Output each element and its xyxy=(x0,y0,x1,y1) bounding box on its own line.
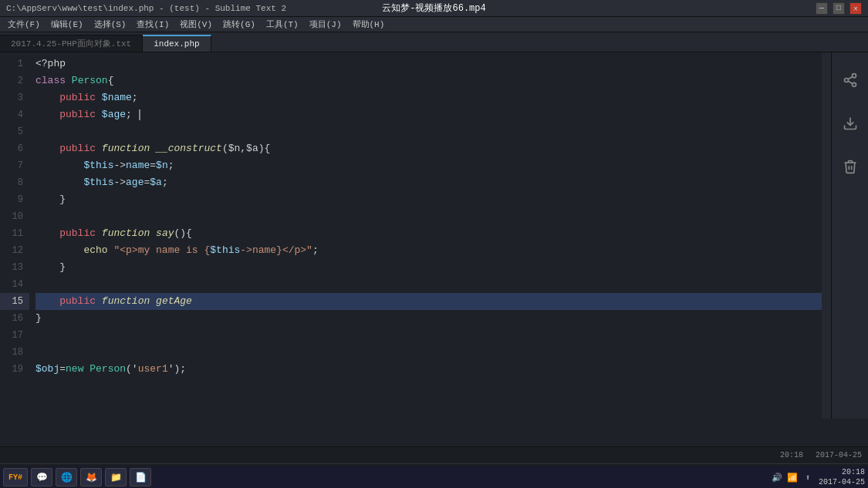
svg-point-0 xyxy=(852,74,856,78)
line-num-18: 18 xyxy=(0,344,29,361)
editor-area: 1 2 3 4 5 6 7 8 9 10 11 12 13 14 15 16 1… xyxy=(0,52,868,419)
status-position: 20:18 xyxy=(780,451,803,459)
menu-edit[interactable]: 编辑(E) xyxy=(46,18,88,31)
tab-txt-file[interactable]: 2017.4.25-PHP面向对象.txt xyxy=(0,35,143,52)
code-line-14 xyxy=(35,276,868,293)
code-line-9: } xyxy=(35,191,868,208)
code-line-7: $this->name=$n; xyxy=(35,157,868,174)
tray-icon-2: 📶 xyxy=(786,471,799,483)
title-bar: C:\AppServ\www\test\index.php - (test) -… xyxy=(0,0,868,17)
menu-tools[interactable]: 工具(T) xyxy=(262,18,303,31)
share-icon[interactable] xyxy=(838,68,863,93)
right-sidebar xyxy=(831,52,868,419)
line-num-2: 2 xyxy=(0,72,29,89)
close-button[interactable]: ✕ xyxy=(849,2,862,15)
tab-txt-label: 2017.4.25-PHP面向对象.txt xyxy=(11,38,131,49)
code-line-10 xyxy=(35,208,868,225)
code-line-16: } xyxy=(35,310,868,327)
taskbar-doc[interactable]: 📄 xyxy=(130,468,151,486)
window-controls: — □ ✕ xyxy=(816,2,862,15)
menu-file[interactable]: 文件(F) xyxy=(3,18,45,31)
code-line-8: $this->age=$a; xyxy=(35,174,868,191)
tab-index-php[interactable]: index.php xyxy=(143,35,211,52)
code-line-17 xyxy=(35,327,868,344)
taskbar-chat[interactable]: 💬 xyxy=(31,468,52,486)
line-num-14: 14 xyxy=(0,276,29,293)
taskbar-browser[interactable]: 🌐 xyxy=(56,468,77,486)
delete-icon[interactable] xyxy=(838,154,863,179)
start-icon: FY# xyxy=(8,473,22,482)
line-num-10: 10 xyxy=(0,208,29,225)
svg-line-3 xyxy=(848,81,853,83)
line-num-6: 6 xyxy=(0,140,29,157)
menu-bar: 文件(F) 编辑(E) 选择(S) 查找(I) 视图(V) 跳转(G) 工具(T… xyxy=(0,17,868,32)
line-num-12: 12 xyxy=(0,242,29,259)
line-num-17: 17 xyxy=(0,327,29,344)
svg-point-2 xyxy=(852,82,856,86)
code-line-15: public function getAge xyxy=(35,293,868,310)
line-num-13: 13 xyxy=(0,259,29,276)
system-clock: 20:18 2017-04-25 xyxy=(819,467,865,487)
taskbar-app1[interactable]: 🦊 xyxy=(80,468,102,486)
line-num-7: 7 xyxy=(0,157,29,174)
status-date: 2017-04-25 xyxy=(816,451,862,459)
code-line-4: public $age; xyxy=(35,106,868,123)
code-line-6: public function __construct($n,$a){ xyxy=(35,140,868,157)
code-line-5 xyxy=(35,123,868,140)
code-line-3: public $name; xyxy=(35,89,868,106)
tray-icon-1: 🔊 xyxy=(771,471,783,483)
clock-time: 20:18 xyxy=(819,467,865,477)
code-line-12: echo "<p>my name is {$this->name}</p>"; xyxy=(35,242,868,259)
clock-date: 2017-04-25 xyxy=(819,477,865,487)
line-numbers: 1 2 3 4 5 6 7 8 9 10 11 12 13 14 15 16 1… xyxy=(0,52,29,419)
menu-view[interactable]: 视图(V) xyxy=(175,18,217,31)
download-icon[interactable] xyxy=(838,111,863,136)
minimize-button[interactable]: — xyxy=(816,2,828,15)
menu-goto[interactable]: 跳转(G) xyxy=(218,18,260,31)
code-line-11: public function say(){ xyxy=(35,225,868,242)
taskbar-folder[interactable]: 📁 xyxy=(105,468,127,486)
line-num-11: 11 xyxy=(0,225,29,242)
code-line-19: $obj=new Person('user1'); xyxy=(35,361,868,378)
taskbar: FY# 💬 🌐 🦊 📁 📄 🔊 📶 ⬆ 20:18 2017-04-25 xyxy=(0,466,868,488)
svg-point-1 xyxy=(844,79,848,82)
line-num-15: 15 xyxy=(0,293,29,310)
line-num-3: 3 xyxy=(0,89,29,106)
scrollbar-track[interactable] xyxy=(822,52,831,419)
menu-help[interactable]: 帮助(H) xyxy=(348,18,390,31)
app1-icon: 🦊 xyxy=(86,472,96,483)
chat-icon: 💬 xyxy=(36,472,47,483)
line-num-19: 19 xyxy=(0,361,29,378)
folder-icon: 📁 xyxy=(110,472,121,483)
menu-project[interactable]: 项目(J) xyxy=(305,18,346,31)
maximize-button[interactable]: □ xyxy=(833,2,845,15)
browser-icon: 🌐 xyxy=(61,472,72,483)
code-line-13: } xyxy=(35,259,868,276)
title-bar-left-text: C:\AppServ\www\test\index.php - (test) -… xyxy=(6,4,286,13)
line-num-8: 8 xyxy=(0,174,29,191)
svg-line-4 xyxy=(848,76,853,79)
menu-select[interactable]: 选择(S) xyxy=(90,18,131,31)
line-num-1: 1 xyxy=(0,56,29,72)
title-bar-center-text: 云知梦-视频播放66.mp4 xyxy=(382,2,485,15)
tab-bar: 2017.4.25-PHP面向对象.txt index.php xyxy=(0,32,868,52)
code-line-18 xyxy=(35,344,868,361)
code-editor[interactable]: <?php class Person{ public $name; public… xyxy=(29,52,868,419)
line-num-4: 4 xyxy=(0,106,29,123)
system-tray: 🔊 📶 ⬆ 20:18 2017-04-25 xyxy=(771,467,865,487)
tab-php-label: index.php xyxy=(154,39,199,49)
start-button[interactable]: FY# xyxy=(3,468,28,486)
line-num-16: 16 xyxy=(0,310,29,327)
tray-icon-3: ⬆ xyxy=(802,471,814,483)
code-line-1: <?php xyxy=(35,56,868,72)
doc-icon: 📄 xyxy=(135,472,146,483)
line-num-9: 9 xyxy=(0,191,29,208)
line-num-5: 5 xyxy=(0,123,29,140)
menu-find[interactable]: 查找(I) xyxy=(132,18,174,31)
code-line-2: class Person{ xyxy=(35,72,868,89)
status-bar: 20:18 2017-04-25 xyxy=(0,446,868,463)
tray-icons: 🔊 📶 ⬆ xyxy=(771,471,814,483)
